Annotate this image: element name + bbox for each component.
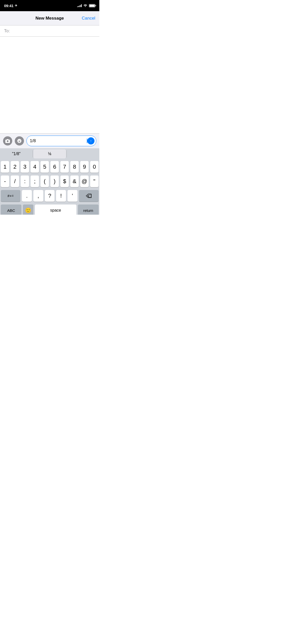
key-close-paren[interactable]: ) [50, 175, 59, 187]
autocorrect-label-2: ⅛ [48, 152, 51, 156]
key-exclamation[interactable]: ! [56, 190, 66, 202]
key-slash[interactable]: / [11, 175, 19, 187]
key-comma-label: , [37, 193, 39, 199]
to-label: To: [4, 28, 10, 34]
key-open-paren[interactable]: ( [40, 175, 49, 187]
signal-bar-4 [81, 4, 82, 7]
key-period-label: . [26, 193, 28, 199]
key-4[interactable]: 4 [31, 161, 39, 173]
key-question[interactable]: ? [45, 190, 55, 202]
space-button[interactable]: space [35, 204, 76, 215]
wifi-icon [83, 4, 87, 8]
key-1[interactable]: 1 [1, 161, 9, 173]
cancel-button[interactable]: Cancel [82, 16, 95, 21]
key-7[interactable]: 7 [60, 161, 69, 173]
status-time: 09:41 ✈ [4, 4, 17, 8]
appstore-button[interactable] [15, 136, 24, 145]
key-dollar[interactable]: $ [60, 175, 69, 187]
key-quote[interactable]: " [90, 175, 99, 187]
location-icon: ✈ [15, 4, 17, 7]
key-hash[interactable]: #+= [1, 190, 20, 202]
signal-bar-1 [77, 6, 78, 7]
page-title: New Message [35, 16, 64, 21]
keyboard-row-3: #+= . , ? ! ' [1, 190, 99, 202]
key-colon[interactable]: : [21, 175, 29, 187]
backspace-button[interactable] [79, 190, 99, 202]
autocorrect-label-1: "1/8" [12, 152, 21, 156]
autocorrect-item-3[interactable] [67, 148, 99, 159]
key-exclamation-label: ! [60, 193, 62, 199]
battery-fill [89, 5, 95, 7]
key-0[interactable]: 0 [90, 161, 99, 173]
key-semicolon[interactable]: ; [31, 175, 39, 187]
key-2[interactable]: 2 [11, 161, 19, 173]
send-button[interactable]: ↑ [87, 137, 94, 144]
time-label: 09:41 [4, 4, 13, 8]
to-input[interactable] [11, 28, 95, 34]
key-at[interactable]: @ [80, 175, 89, 187]
autocorrect-item-2[interactable]: ⅛ [33, 149, 66, 158]
signal-bars [77, 4, 82, 7]
status-bar: 09:41 ✈ [0, 0, 99, 11]
to-field[interactable]: To: [0, 25, 99, 37]
autocorrect-divider-1 [33, 150, 33, 157]
toolbar: 1/8 ↑ [0, 133, 99, 148]
key-comma[interactable]: , [33, 190, 43, 202]
key-8[interactable]: 8 [70, 161, 79, 173]
key-apostrophe-label: ' [72, 193, 73, 199]
keyboard-row-numbers: 1 2 3 4 5 6 7 8 9 0 [1, 161, 99, 173]
status-right [77, 4, 95, 8]
autocorrect-bar: "1/8" ⅛ [0, 148, 99, 159]
message-area[interactable] [0, 37, 99, 133]
send-arrow-icon: ↑ [90, 139, 92, 143]
return-button[interactable]: return [78, 204, 99, 215]
key-dash[interactable]: - [1, 175, 9, 187]
autocorrect-item-1[interactable]: "1/8" [0, 148, 33, 159]
signal-bar-3 [80, 5, 80, 7]
message-input-text[interactable]: 1/8 [30, 138, 87, 143]
battery-icon [89, 4, 95, 7]
emoji-icon: 🙂 [25, 207, 31, 213]
nav-header: New Message Cancel [0, 11, 99, 25]
keyboard: 1 2 3 4 5 6 7 8 9 0 - / : ; ( ) $ & @ " … [0, 159, 99, 215]
key-5[interactable]: 5 [40, 161, 49, 173]
signal-bar-2 [78, 6, 79, 7]
key-apostrophe[interactable]: ' [67, 190, 77, 202]
message-input-container[interactable]: 1/8 ↑ [26, 136, 96, 146]
camera-button[interactable] [3, 136, 12, 145]
keyboard-row-symbols: - / : ; ( ) $ & @ " [1, 175, 99, 187]
keyboard-row-4: ABC 🙂 space return [1, 204, 99, 215]
key-9[interactable]: 9 [80, 161, 89, 173]
key-3[interactable]: 3 [21, 161, 29, 173]
emoji-button[interactable]: 🙂 [23, 204, 33, 215]
key-question-label: ? [48, 193, 51, 199]
key-6[interactable]: 6 [50, 161, 59, 173]
key-period[interactable]: . [22, 190, 32, 202]
abc-button[interactable]: ABC [1, 204, 21, 215]
key-ampersand[interactable]: & [70, 175, 79, 187]
